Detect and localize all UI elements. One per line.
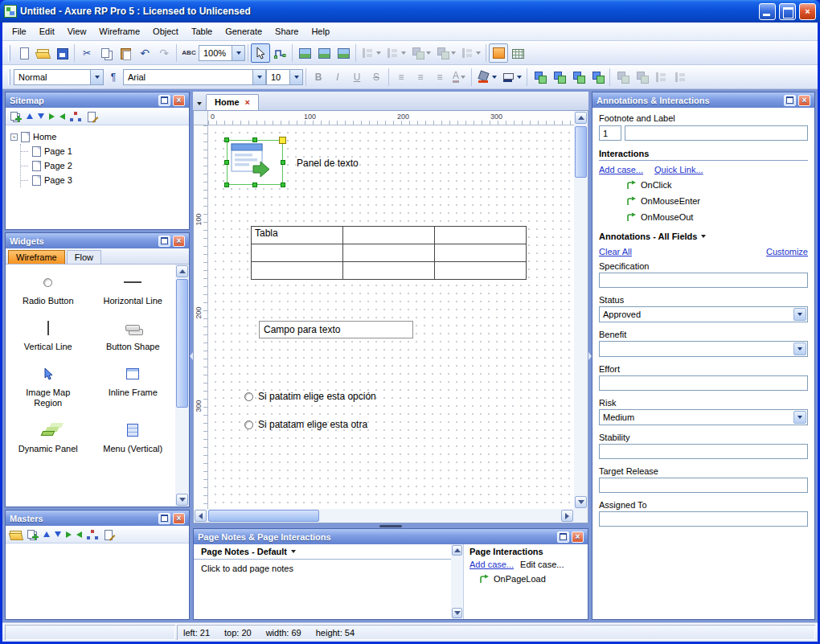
bring-to-front-button[interactable] — [568, 68, 588, 87]
move-up-icon[interactable] — [43, 531, 50, 537]
group-button[interactable] — [530, 68, 549, 87]
label-widget[interactable]: Panel de texto — [297, 158, 359, 169]
widget-menu-vertical[interactable]: Menu (Vertical) — [96, 420, 170, 455]
effort-input[interactable] — [599, 375, 808, 391]
style-combo[interactable]: Normal — [14, 69, 104, 85]
grid-snap-button[interactable] — [508, 43, 527, 63]
menu-generate[interactable]: Generate — [219, 24, 269, 39]
resize-handle[interactable] — [281, 160, 285, 165]
footnote-marker[interactable] — [279, 137, 286, 144]
diagram-icon[interactable] — [70, 111, 82, 122]
menu-wireframe[interactable]: Wireframe — [92, 24, 146, 39]
tree-node-page3[interactable]: Page 3 — [21, 173, 184, 187]
table-cell[interactable] — [343, 227, 435, 244]
spell-check-button[interactable]: ABC — [179, 43, 199, 63]
tree-node-home[interactable]: - Home — [10, 129, 184, 144]
close-panel-button[interactable]: × — [173, 95, 185, 106]
resize-handle[interactable] — [252, 137, 257, 142]
radio-widget-1[interactable]: Si patatim elige esta opción — [244, 391, 376, 402]
widget-horizontal-line[interactable]: Horizontal Line — [96, 273, 170, 307]
scrollbar-thumb[interactable] — [176, 279, 188, 408]
close-button[interactable]: × — [799, 3, 816, 20]
font-size-combo[interactable]: 10 — [266, 69, 303, 85]
notes-set-selector[interactable]: Page Notes - Default — [194, 544, 451, 560]
italic-button[interactable]: I — [328, 68, 347, 87]
widget-button-shape[interactable]: Button Shape — [96, 318, 170, 353]
footnote-number-input[interactable] — [599, 125, 621, 141]
widgets-scrollbar[interactable] — [175, 265, 189, 507]
widget-radio-button[interactable]: Radio Button — [11, 273, 85, 307]
close-panel-button[interactable]: × — [572, 531, 584, 543]
outdent-icon[interactable] — [76, 531, 82, 538]
lock-button[interactable] — [613, 68, 632, 87]
open-button[interactable] — [33, 43, 52, 63]
folder-icon[interactable] — [10, 529, 22, 540]
paragraph-button[interactable]: ¶ — [104, 68, 123, 87]
table-widget[interactable]: Tabla — [251, 226, 527, 280]
undock-panel-button[interactable] — [158, 95, 170, 106]
canvas-vertical-scrollbar[interactable] — [574, 111, 588, 509]
toolbar-grip[interactable] — [8, 69, 10, 85]
scroll-up-icon[interactable] — [575, 112, 587, 124]
fill-color-button[interactable] — [474, 68, 499, 87]
masters-list[interactable] — [6, 544, 189, 619]
add-case-link[interactable]: Add case... — [469, 560, 514, 569]
all-fields-heading[interactable]: Annotations - All Fields — [599, 232, 808, 243]
move-down-icon[interactable] — [55, 531, 61, 537]
text-field-widget[interactable]: Campo para texto — [259, 321, 413, 338]
image-widget-selected[interactable] — [227, 140, 283, 185]
tree-node-page2[interactable]: Page 2 — [21, 158, 184, 173]
tab-wireframe[interactable]: Wireframe — [8, 250, 65, 264]
scrollbar-thumb[interactable] — [575, 126, 587, 178]
edit-master-icon[interactable] — [104, 529, 116, 540]
event-onpageload[interactable]: OnPageLoad — [479, 574, 582, 584]
ungroup-button[interactable] — [549, 68, 568, 87]
menu-table[interactable]: Table — [185, 24, 219, 39]
resize-handle[interactable] — [224, 137, 229, 142]
add-page-icon[interactable] — [10, 111, 22, 122]
close-panel-button[interactable]: × — [798, 95, 810, 106]
move-up-icon[interactable] — [27, 113, 33, 119]
event-onclick[interactable]: OnClick — [626, 178, 808, 191]
copy-button[interactable] — [96, 43, 116, 63]
resize-handle[interactable] — [224, 160, 229, 165]
annotations-header[interactable]: Annotations & Interactions × — [592, 92, 814, 108]
expander-icon[interactable]: - — [10, 133, 18, 141]
table-cell[interactable] — [435, 262, 527, 280]
flip-button[interactable] — [670, 68, 690, 87]
assigned-to-input[interactable] — [599, 511, 808, 527]
page-notes-header[interactable]: Page Notes & Page Interactions × — [194, 529, 588, 544]
zoom-combo[interactable]: 100% — [199, 45, 245, 61]
indent-icon[interactable] — [66, 531, 72, 538]
specification-input[interactable] — [599, 273, 808, 288]
move-down-icon[interactable] — [38, 113, 44, 119]
rotate-button[interactable] — [651, 68, 670, 87]
bold-button[interactable]: B — [309, 68, 328, 87]
menu-share[interactable]: Share — [269, 24, 305, 39]
event-onmouseout[interactable]: OnMouseOut — [626, 210, 808, 224]
scroll-left-icon[interactable] — [195, 510, 207, 522]
scrollbar-thumb[interactable] — [208, 510, 319, 522]
save-button[interactable] — [52, 43, 72, 63]
scroll-down-icon[interactable] — [575, 496, 587, 508]
interaction-view-button[interactable] — [334, 43, 353, 63]
underline-button[interactable]: U — [347, 68, 367, 87]
close-panel-button[interactable]: × — [173, 513, 185, 524]
widget-image-map-region[interactable]: Image Map Region — [11, 364, 85, 410]
widget-vertical-line[interactable]: Vertical Line — [11, 318, 85, 353]
maximize-button[interactable] — [779, 3, 796, 20]
minimize-button[interactable] — [759, 3, 776, 20]
size-objects-button[interactable] — [458, 43, 483, 63]
diagram-icon[interactable] — [87, 529, 99, 540]
target-release-input[interactable] — [599, 478, 808, 493]
column-splitter[interactable] — [190, 92, 193, 620]
scroll-right-icon[interactable] — [561, 510, 573, 522]
outdent-icon[interactable] — [59, 113, 65, 120]
resize-handle[interactable] — [281, 183, 285, 187]
menu-file[interactable]: File — [6, 24, 33, 39]
column-splitter[interactable] — [588, 92, 592, 620]
scroll-down-icon[interactable] — [452, 608, 462, 618]
notes-splitter[interactable] — [193, 523, 588, 528]
scroll-up-icon[interactable] — [452, 545, 462, 556]
footnote-image-button[interactable] — [295, 43, 314, 63]
